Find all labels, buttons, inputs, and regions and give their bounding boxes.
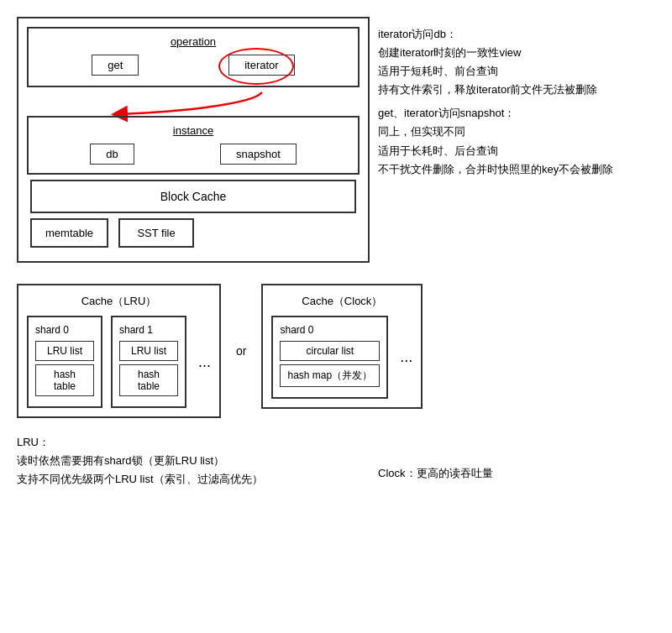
sst-box: SST file [118,218,194,248]
lru-shards-row: shard 0 LRU list hash table shard 1 LRU … [27,316,211,408]
lru-shard1-title: shard 1 [119,324,178,336]
clock-shard0: shard 0 circular list hash map（并发） [271,316,388,399]
lru-footer-title: LRU： [17,433,336,452]
lru-cache-title: Cache（LRU） [27,294,211,309]
annotation-line7: 适用于长耗时、后台查询 [378,142,655,160]
footer-section: LRU： 读时依然需要拥有shard锁（更新LRU list） 支持不同优先级两… [17,433,370,489]
clock-cache-diagram: Cache（Clock） shard 0 circular list hash … [261,284,423,409]
get-box: get [92,55,139,76]
annotation-line6: 同上，但实现不同 [378,123,655,141]
snapshot-box: snapshot [220,144,297,165]
hash-map-box: hash map（并发） [280,364,380,387]
lru-shard1: shard 1 LRU list hash table [111,316,186,408]
footer-left: LRU： 读时依然需要拥有shard锁（更新LRU list） 支持不同优先级两… [17,433,336,489]
instance-label: instance [39,124,348,137]
clock-cache-title: Cache（Clock） [271,294,412,309]
red-arrow-svg [35,91,287,116]
clock-shards-row: shard 0 circular list hash map（并发） ... [271,316,412,399]
annotation-line1: iterator访问db： [378,25,655,44]
memtable-box: memtable [30,218,108,248]
ops-row: get iterator [39,55,348,76]
annotation-line3: 适用于短耗时、前台查询 [378,62,655,81]
lru-dots: ... [195,353,211,371]
lru-footer-line2: 支持不同优先级两个LRU list（索引、过滤高优先） [17,470,336,489]
storage-row: memtable SST file [30,218,356,248]
clock-shard0-title: shard 0 [280,324,380,336]
right-annotation: iterator访问db： 创建iterator时刻的一致性view 适用于短耗… [378,17,655,489]
top-diagram: operation get iterator [17,17,370,263]
lru-cache-diagram: Cache（LRU） shard 0 LRU list hash table s… [17,284,221,418]
operation-layer: operation get iterator [27,27,360,87]
lru-footer-line1: 读时依然需要拥有shard锁（更新LRU list） [17,452,336,470]
iterator-wrapper: iterator [228,55,294,76]
annotation-line4: 持有文件索引，释放iterator前文件无法被删除 [378,81,655,99]
block-cache-box: Block Cache [30,180,356,213]
lru-list-box-1: LRU list [119,341,178,361]
db-box: db [90,144,134,165]
hash-table-box-1: hash table [119,364,178,396]
or-label: or [229,344,253,358]
lru-list-box-0: LRU list [35,341,94,361]
iterator-box: iterator [228,55,294,76]
arrow-area [35,91,360,116]
hash-table-box-0: hash table [35,364,94,396]
instance-row: db snapshot [39,144,348,165]
clock-footer: Clock：更高的读吞吐量 [378,464,655,483]
lru-shard0-title: shard 0 [35,324,94,336]
clock-dots: ... [396,348,412,366]
bottom-section: Cache（LRU） shard 0 LRU list hash table s… [17,284,370,418]
instance-layer: instance db snapshot [27,116,360,175]
circular-list-box: circular list [280,341,380,361]
lru-shard0: shard 0 LRU list hash table [27,316,102,408]
annotation-line8: 不干扰文件删除，合并时快照里的key不会被删除 [378,160,655,179]
annotation-line2: 创建iterator时刻的一致性view [378,44,655,62]
annotation-line5: get、iterator访问snapshot： [378,104,655,123]
operation-label: operation [39,35,348,48]
